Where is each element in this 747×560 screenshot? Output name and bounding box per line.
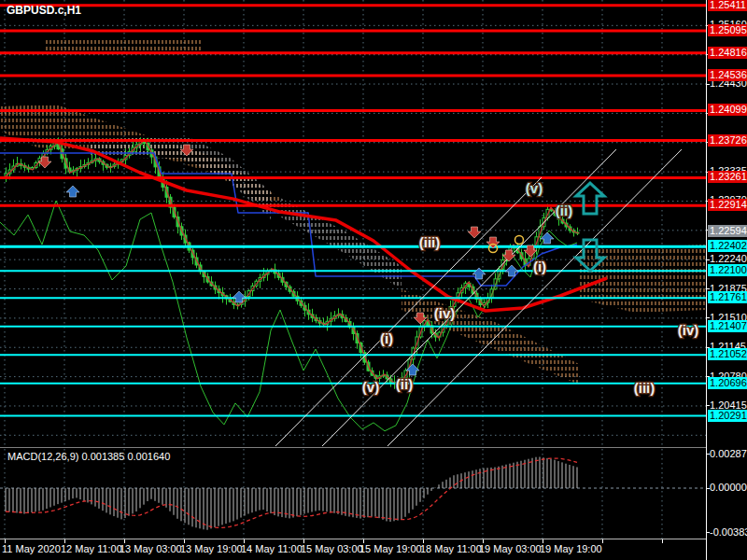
time-axis-tick [662, 539, 663, 543]
chart-canvas[interactable]: (v)(ii)(iii)(i)(iv)(i)(iv)(v)(ii)(iii) [0, 0, 706, 446]
support-price-badge: 1.21407 [708, 320, 747, 332]
time-axis-tick [602, 539, 603, 543]
macd-panel[interactable] [0, 449, 706, 539]
wave-label: (iv) [434, 305, 456, 321]
time-tick-label: 19 May 19:00 [540, 543, 602, 554]
terminal-window: GBPUSD.c,H1 (v)(ii)(iii)(i)(iv)(i)(iv)(v… [0, 0, 747, 560]
macd-tick-label: 0.000000 [710, 482, 747, 494]
time-tick-label: 18 May 11:00 [420, 543, 482, 554]
time-tick-label: 11 May 2020 [2, 543, 61, 554]
wave-label: (iii) [634, 380, 655, 396]
time-tick-label: 12 May 11:00 [61, 543, 122, 554]
ichimoku-cloud [44, 40, 201, 53]
resistance-price-badge: 1.23726 [708, 134, 747, 147]
wave-label: (v) [362, 379, 379, 395]
sell-signal-icon [468, 227, 481, 238]
buy-signal-icon [66, 186, 79, 197]
time-tick-label: 13 May 03:00 [120, 543, 182, 554]
support-price-badge: 1.22100 [708, 264, 747, 276]
wave-label: (ii) [396, 376, 413, 392]
time-tick-label: 13 May 19:00 [180, 543, 243, 554]
symbol-title: GBPUSD.c,H1 [7, 4, 81, 17]
support-price-badge: 1.20291 [708, 410, 747, 422]
time-tick-label: 14 May 11:00 [241, 543, 303, 554]
wave-label: (i) [533, 259, 546, 274]
wave-label: (v) [526, 180, 543, 196]
support-price-badge: 1.21761 [708, 291, 747, 303]
support-price-badge: 1.20696 [708, 377, 747, 389]
support-price-badge: 1.22402 [708, 240, 747, 252]
macd-tick-label: 0.002877 [710, 448, 747, 460]
time-tick-label: 15 May 03:00 [301, 543, 363, 554]
resistance-price-badge: 1.22914 [708, 199, 747, 211]
wave-label: (ii) [556, 203, 572, 218]
support-price-badge: 1.21052 [708, 348, 747, 360]
resistance-price-badge: 1.24099 [708, 104, 747, 116]
big-up-arrow-icon[interactable] [576, 183, 604, 214]
time-tick-label: 15 May 19:00 [359, 543, 422, 554]
resistance-price-badge: 1.25411 [708, 0, 747, 11]
zigzag-line [0, 201, 577, 431]
resistance-price-badge: 1.24536 [708, 69, 747, 81]
time-axis[interactable]: 11 May 202012 May 11:0013 May 03:0013 Ma… [0, 539, 706, 560]
wave-label: (iv) [678, 322, 699, 338]
current-price-badge: 1.22594 [708, 225, 747, 237]
signal-circle-icon [515, 236, 524, 245]
price-axis[interactable]: 1.251601.247951.244301.240651.237001.233… [706, 0, 747, 560]
macd-indicator-label: MACD(12,26,9) 0.001385 0.001640 [7, 451, 170, 462]
macd-tick-label: -0.003834 [710, 526, 747, 539]
resistance-price-badge: 1.25095 [708, 24, 747, 36]
wave-label: (i) [380, 330, 393, 346]
wave-label: (iii) [419, 234, 441, 250]
ichimoku-cloud [402, 289, 579, 385]
time-tick-label: 19 May 03:00 [479, 543, 542, 554]
panel-separator[interactable] [0, 447, 706, 448]
resistance-price-badge: 1.24816 [708, 47, 747, 59]
resistance-price-badge: 1.23261 [708, 171, 747, 183]
